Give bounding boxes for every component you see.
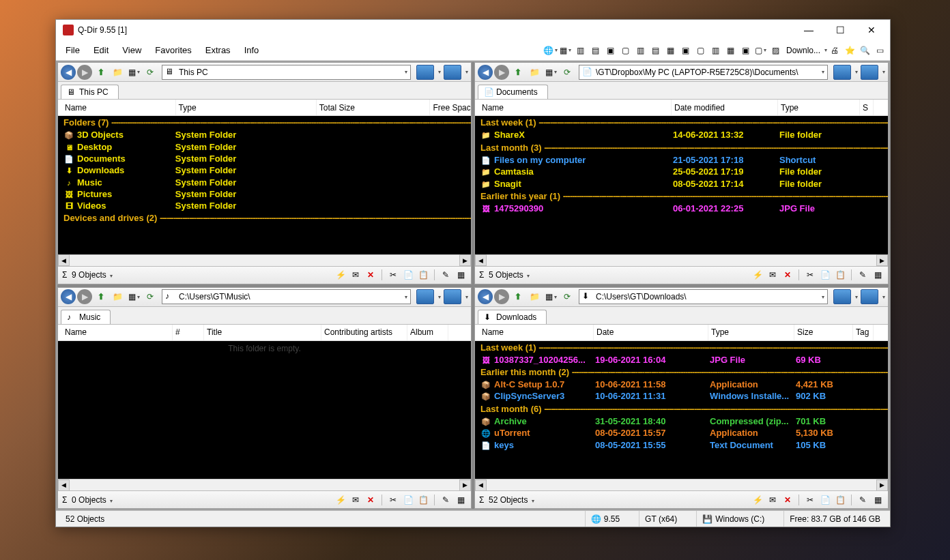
mail-icon[interactable]: ✉ bbox=[766, 269, 779, 281]
star-icon[interactable]: ⭐ bbox=[844, 44, 856, 57]
scroll-left[interactable]: ◀ bbox=[475, 254, 487, 266]
paste-icon[interactable]: 📋 bbox=[834, 269, 846, 281]
menu-file[interactable]: File bbox=[59, 42, 87, 58]
edit-icon[interactable]: ✎ bbox=[857, 269, 869, 281]
copy-icon[interactable]: 📄 bbox=[402, 494, 414, 506]
tab[interactable]: 📄Documents bbox=[478, 85, 548, 99]
view-mode-2[interactable] bbox=[861, 65, 878, 80]
list-item[interactable]: 📁Camtasia25-05-2021 17:19File folder bbox=[475, 166, 888, 178]
refresh-button[interactable]: ⟳ bbox=[560, 289, 575, 304]
column-header[interactable]: Type bbox=[176, 100, 317, 115]
list-item[interactable]: 🌐uTorrent08-05-2021 15:57Application5,13… bbox=[475, 427, 888, 439]
delete-icon[interactable]: ✕ bbox=[364, 494, 377, 506]
view-mode-2[interactable] bbox=[444, 289, 461, 304]
column-header[interactable]: Type bbox=[708, 325, 794, 340]
copy-icon[interactable]: 📄 bbox=[819, 494, 831, 506]
list-item[interactable]: 🖼10387337_10204256...19-06-2021 16:04JPG… bbox=[475, 354, 888, 366]
list-item[interactable]: 📦ClipSyncServer310-06-2021 11:31Windows … bbox=[475, 390, 888, 402]
object-count[interactable]: Σ 0 Objects ▾ bbox=[62, 495, 332, 505]
maximize-button[interactable]: ☐ bbox=[824, 20, 856, 40]
filter-icon[interactable]: ⚡ bbox=[751, 269, 764, 281]
column-header[interactable]: Date modified bbox=[672, 100, 778, 115]
up-button[interactable]: ⬆ bbox=[93, 289, 109, 304]
mail-icon[interactable]: ✉ bbox=[349, 494, 362, 506]
cut-icon[interactable]: ✂ bbox=[804, 494, 816, 506]
list-item[interactable]: 🖥DesktopSystem Folder bbox=[58, 141, 471, 153]
menu-view[interactable]: View bbox=[115, 42, 148, 58]
copy-icon[interactable]: 📄 bbox=[819, 269, 831, 281]
list-item[interactable]: ⬇DownloadsSystem Folder bbox=[58, 164, 471, 177]
up-button[interactable]: ⬆ bbox=[93, 65, 109, 80]
group-header[interactable]: Devices and drives (2) -----------------… bbox=[58, 211, 471, 224]
layout-4-icon[interactable]: ▣ bbox=[605, 44, 617, 57]
layout-10-icon[interactable]: ▢ bbox=[695, 44, 707, 57]
group-header[interactable]: Folders (7) ----------------------------… bbox=[58, 116, 471, 129]
view-mode-1[interactable] bbox=[833, 289, 851, 304]
list-item[interactable]: 🖼147529039006-01-2021 22:25JPG File bbox=[475, 203, 888, 214]
folder-fav-button[interactable]: 📁 bbox=[110, 289, 125, 304]
list-item[interactable]: ♪MusicSystem Folder bbox=[58, 177, 471, 188]
column-header[interactable]: Title bbox=[204, 325, 321, 340]
forward-button[interactable]: ▶ bbox=[77, 289, 92, 304]
layout-7-icon[interactable]: ▤ bbox=[650, 44, 662, 57]
layout-6-icon[interactable]: ▥ bbox=[635, 44, 647, 57]
edit-icon[interactable]: ✎ bbox=[440, 269, 452, 281]
up-button[interactable]: ⬆ bbox=[510, 65, 526, 80]
h-scrollbar[interactable]: ◀▶ bbox=[58, 479, 471, 490]
column-header[interactable]: Tag bbox=[853, 325, 874, 340]
zoom-icon[interactable]: 🔍 bbox=[859, 44, 871, 57]
address-bar[interactable]: ♪C:\Users\GT\Music\▾ bbox=[162, 289, 411, 304]
scroll-left[interactable]: ◀ bbox=[58, 480, 70, 491]
list-item[interactable]: 📁Snagit08-05-2021 17:14File folder bbox=[475, 178, 888, 190]
list-item[interactable]: 📄Files on my computer21-05-2021 17:18Sho… bbox=[475, 154, 888, 166]
scroll-right[interactable]: ▶ bbox=[876, 480, 888, 491]
toolbar-download-text[interactable]: Downlo... bbox=[783, 46, 823, 55]
address-bar[interactable]: 📄\GT\Dropbox\My PC (LAPTOP-R5E725C8)\Doc… bbox=[579, 65, 828, 80]
scroll-right[interactable]: ▶ bbox=[459, 480, 471, 491]
column-header[interactable]: Type bbox=[778, 100, 860, 115]
file-list[interactable]: Folders (7) ----------------------------… bbox=[58, 116, 471, 254]
scroll-right[interactable]: ▶ bbox=[459, 254, 471, 266]
column-header[interactable]: # bbox=[173, 325, 204, 340]
paste-icon[interactable]: 📋 bbox=[417, 269, 429, 281]
up-button[interactable]: ⬆ bbox=[510, 289, 526, 304]
delete-icon[interactable]: ✕ bbox=[781, 494, 794, 506]
address-bar[interactable]: ⬇C:\Users\GT\Downloads\▾ bbox=[579, 289, 828, 304]
address-bar[interactable]: 🖥This PC▾ bbox=[162, 65, 411, 80]
object-count[interactable]: Σ 9 Objects ▾ bbox=[62, 270, 332, 280]
h-scrollbar[interactable]: ◀▶ bbox=[475, 479, 888, 490]
menu-favorites[interactable]: Favorites bbox=[148, 42, 198, 58]
layout-13-icon[interactable]: ▣ bbox=[740, 44, 752, 57]
list-item[interactable]: 🖼PicturesSystem Folder bbox=[58, 188, 471, 200]
view-mode-2[interactable] bbox=[444, 65, 461, 80]
refresh-button[interactable]: ⟳ bbox=[143, 289, 158, 304]
column-header[interactable]: Name bbox=[62, 100, 176, 115]
group-header[interactable]: Earlier this month (2) -----------------… bbox=[475, 366, 888, 379]
list-item[interactable]: 📦3D ObjectsSystem Folder bbox=[58, 129, 471, 141]
copy-icon[interactable]: 📄 bbox=[402, 269, 414, 281]
column-header[interactable]: S bbox=[860, 100, 874, 115]
globe-icon[interactable]: 🌐▾ bbox=[545, 44, 557, 57]
scroll-left[interactable]: ◀ bbox=[475, 480, 487, 491]
menu-extras[interactable]: Extras bbox=[199, 42, 238, 58]
back-button[interactable]: ◀ bbox=[61, 65, 76, 80]
forward-button[interactable]: ▶ bbox=[494, 289, 509, 304]
grid-icon[interactable]: ▦ bbox=[455, 269, 467, 281]
refresh-button[interactable]: ⟳ bbox=[560, 65, 575, 80]
edit-icon[interactable]: ✎ bbox=[857, 494, 869, 506]
back-button[interactable]: ◀ bbox=[61, 289, 76, 304]
filter-icon[interactable]: ⚡ bbox=[334, 494, 347, 506]
list-item[interactable]: 📁ShareX14-06-2021 13:32File folder bbox=[475, 129, 888, 141]
back-button[interactable]: ◀ bbox=[478, 65, 493, 80]
object-count[interactable]: Σ 5 Objects ▾ bbox=[479, 270, 749, 280]
h-scrollbar[interactable]: ◀▶ bbox=[58, 254, 471, 266]
titlebar[interactable]: Q-Dir 9.55 [1] — ☐ ✕ bbox=[56, 20, 890, 40]
layout-12-icon[interactable]: ▦ bbox=[725, 44, 737, 57]
group-header[interactable]: Last month (6) -------------------------… bbox=[475, 402, 888, 415]
folder-fav-button[interactable]: 📁 bbox=[110, 65, 125, 80]
views-button[interactable]: ▦▾ bbox=[543, 65, 558, 80]
file-list[interactable]: This folder is empty. bbox=[58, 341, 471, 480]
close-button[interactable]: ✕ bbox=[856, 20, 887, 40]
views-button[interactable]: ▦▾ bbox=[126, 289, 141, 304]
filter-icon[interactable]: ⚡ bbox=[334, 269, 347, 281]
